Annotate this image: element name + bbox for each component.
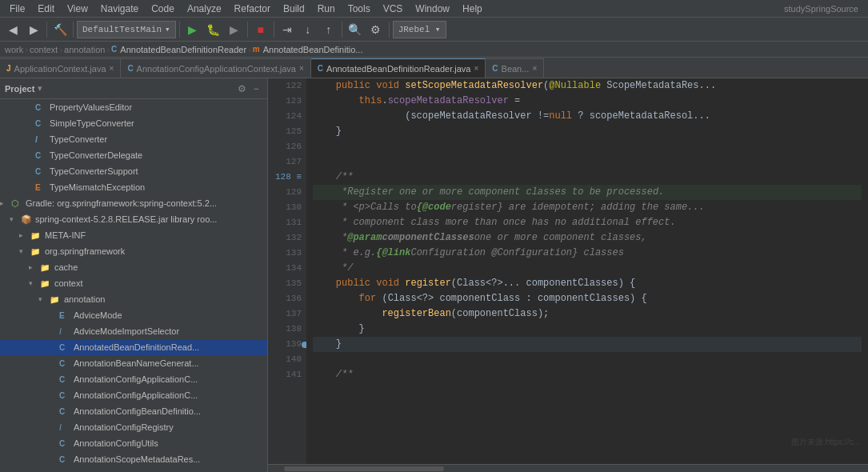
code-line-139: }	[313, 337, 862, 352]
tab-close-1[interactable]: ×	[110, 64, 114, 73]
hscroll-thumb[interactable]	[284, 466, 444, 471]
sidebar-item-AnnotationConfigRegistry[interactable]: I AnnotationConfigRegistry	[0, 419, 267, 435]
code-area[interactable]: public void setScopeMetadataResolver ( @…	[306, 78, 868, 464]
build-button[interactable]: 🔨	[50, 20, 70, 39]
item-label: org.springframework	[45, 246, 125, 256]
tree-arrow-jar: ▾	[10, 215, 21, 223]
run-config-dropdown[interactable]: DefaultTestMain ▾	[77, 21, 176, 38]
sidebar-item-annotation[interactable]: ▾ 📁 annotation	[0, 291, 267, 307]
line-123: 123	[268, 94, 306, 109]
item-label: spring-context-5.2.8.RELEASE.jar library…	[35, 214, 217, 224]
breadcrumb-context[interactable]: context	[30, 45, 58, 54]
tree-arrow-gradle: ▸	[0, 199, 11, 207]
tab-close-4[interactable]: ×	[532, 64, 537, 73]
sidebar-item-AnnotationConfigApplicationContext2[interactable]: C AnnotationConfigApplicationC...	[0, 387, 267, 403]
folder-icon: 📁	[30, 247, 43, 256]
run-button[interactable]: ▶	[183, 20, 202, 39]
sidebar-item-meta-inf[interactable]: ▸ 📁 META-INF	[0, 227, 267, 243]
step-into-button[interactable]: ↓	[298, 20, 318, 39]
sidebar-item-AnnotationBeanNameGenerator[interactable]: C AnnotationBeanNameGenerat...	[0, 355, 267, 371]
folder-icon: 📁	[40, 279, 53, 288]
menu-window[interactable]: Window	[409, 0, 456, 17]
sidebar-item-SimpleTypeConverter[interactable]: C SimpleTypeConverter	[0, 115, 267, 131]
sidebar-item-AspectJAutoProxyRegistrar[interactable]: C AspectJAutoProxyRegistrar	[0, 467, 267, 472]
breadcrumb-reader[interactable]: AnnotatedBeanDefinitionReader	[120, 45, 246, 54]
interface-icon: I	[59, 327, 72, 336]
stop-button[interactable]: ■	[251, 20, 270, 39]
class-icon: C	[59, 407, 72, 416]
sidebar-dropdown-icon[interactable]: ▾	[38, 83, 42, 94]
sidebar-item-TypeMismatchException[interactable]: E TypeMismatchException	[0, 179, 267, 195]
code-line-123: this . scopeMetadataResolver =	[313, 94, 862, 109]
sidebar-item-TypeConverterDelegate[interactable]: C TypeConverterDelegate	[0, 147, 267, 163]
tab-close-2[interactable]: ×	[299, 64, 304, 73]
settings-button[interactable]: ⚙	[366, 20, 386, 39]
sidebar-item-AdviceMode[interactable]: E AdviceMode	[0, 307, 267, 323]
menu-analyze[interactable]: Analyze	[181, 0, 228, 17]
sidebar-minus-icon[interactable]: −	[250, 82, 262, 95]
line-122: 122	[268, 78, 306, 94]
sidebar-item-cache[interactable]: ▸ 📁 cache	[0, 259, 267, 275]
sidebar-item-AnnotationConfigUtils[interactable]: C AnnotationConfigUtils	[0, 435, 267, 451]
item-label: cache	[54, 262, 78, 272]
breadcrumb-annotation[interactable]: annotation	[64, 45, 105, 54]
breadcrumb-method[interactable]: AnnotatedBeanDefinitio...	[263, 45, 363, 54]
breadcrumb: work › context › annotation › C Annotate…	[0, 42, 868, 58]
interface-icon: I	[35, 135, 48, 144]
menu-view[interactable]: View	[61, 0, 94, 17]
menu-vcs[interactable]: VCS	[377, 0, 410, 17]
line-141: 141	[268, 367, 306, 382]
sidebar-item-AnnotationScopeMetadataResolver[interactable]: C AnnotationScopeMetadataRes...	[0, 451, 267, 467]
code-line-140	[313, 352, 862, 367]
editor-horizontal-scrollbar[interactable]	[268, 464, 868, 472]
sidebar-item-PropertyValuesEditor[interactable]: C PropertyValuesEditor	[0, 99, 267, 115]
sidebar-content: C PropertyValuesEditor C SimpleTypeConve…	[0, 99, 267, 472]
tab-annotation-config[interactable]: C AnnotationConfigApplicationContext.jav…	[121, 58, 310, 78]
step-over-button[interactable]: ⇥	[278, 20, 297, 39]
item-label: AnnotationBeanNameGenerat...	[74, 358, 199, 368]
item-label: AnnotationConfigBeanDefinitio...	[74, 406, 201, 416]
sidebar-item-org-springframework[interactable]: ▾ 📁 org.springframework	[0, 243, 267, 259]
menu-refactor[interactable]: Refactor	[228, 0, 277, 17]
step-out-button[interactable]: ↑	[319, 20, 338, 39]
sidebar-item-jar[interactable]: ▾ 📦 spring-context-5.2.8.RELEASE.jar lib…	[0, 211, 267, 227]
search-button[interactable]: 🔍	[346, 20, 365, 39]
sidebar-item-AnnotationConfigApplicationContext1[interactable]: C AnnotationConfigApplicationC...	[0, 371, 267, 387]
code-line-124: ( scopeMetadataResolver != null ? scopeM…	[313, 109, 862, 124]
coverage-button[interactable]: ▶	[225, 20, 244, 39]
tab-application-context[interactable]: J ApplicationContext.java ×	[0, 58, 121, 78]
tab-annotated-bean[interactable]: C AnnotatedBeanDefinitionReader.java ×	[311, 58, 486, 78]
item-label: TypeConverter	[50, 134, 107, 144]
jrebel-dropdown[interactable]: JRebel ▾	[393, 21, 446, 38]
menu-code[interactable]: Code	[145, 0, 181, 17]
tab-bean[interactable]: C Bean... ×	[486, 58, 544, 78]
sidebar-item-AnnotatedBeanDefinitionReader[interactable]: C AnnotatedBeanDefinitionRead...	[0, 339, 267, 355]
menu-edit[interactable]: Edit	[31, 0, 61, 17]
tab-icon-j: J	[6, 64, 11, 73]
menu-tools[interactable]: Tools	[342, 0, 377, 17]
menu-run[interactable]: Run	[311, 0, 342, 17]
line-137: 137	[268, 306, 306, 322]
menu-help[interactable]: Help	[456, 0, 489, 17]
class-icon: C	[59, 455, 72, 464]
menu-build[interactable]: Build	[277, 0, 311, 17]
menu-file[interactable]: File	[3, 0, 31, 17]
debug-button[interactable]: 🐛	[204, 20, 223, 39]
sidebar-item-TypeConverter[interactable]: I TypeConverter	[0, 131, 267, 147]
sidebar-item-AnnotationConfigBeanDefinition[interactable]: C AnnotationConfigBeanDefinitio...	[0, 403, 267, 419]
sidebar-item-AdviceModeImportSelector[interactable]: I AdviceModeImportSelector	[0, 323, 267, 339]
forward-button[interactable]: ▶	[24, 20, 43, 39]
breadcrumb-method-icon: m	[253, 45, 260, 54]
sidebar-item-context[interactable]: ▾ 📁 context	[0, 275, 267, 291]
tab-close-3[interactable]: ×	[474, 64, 478, 73]
sidebar-item-TypeConverterSupport[interactable]: C TypeConverterSupport	[0, 163, 267, 179]
sidebar-gear-icon[interactable]: ⚙	[235, 82, 248, 95]
class-icon: C	[35, 167, 48, 176]
breadcrumb-work[interactable]: work	[5, 45, 23, 54]
item-label: TypeConverterDelegate	[50, 150, 142, 160]
sidebar-item-gradle[interactable]: ▸ ⬡ Gradle: org.springframework:spring-c…	[0, 195, 267, 211]
menu-navigate[interactable]: Navigate	[94, 0, 145, 17]
item-label: SimpleTypeConverter	[50, 118, 134, 128]
enum-icon: E	[59, 311, 72, 320]
back-button[interactable]: ◀	[3, 20, 22, 39]
